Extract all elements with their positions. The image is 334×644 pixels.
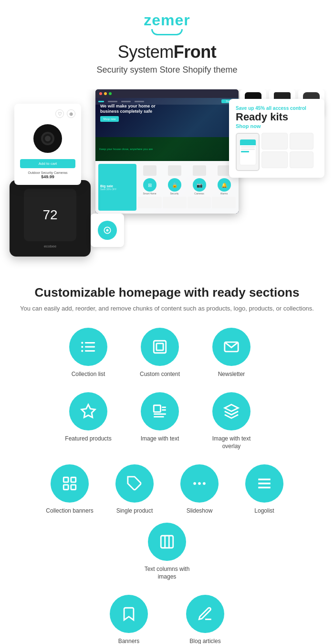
logo-text: zemer xyxy=(144,11,190,29)
shop-now-link[interactable]: Shop now xyxy=(236,123,318,129)
slideshow-icon xyxy=(180,464,219,503)
svg-point-1 xyxy=(106,229,109,232)
logo: zemer xyxy=(144,11,190,35)
star-icon xyxy=(69,392,107,430)
svg-rect-19 xyxy=(71,478,76,483)
overlay-icon xyxy=(212,392,250,430)
screenshot-composite: We will make your home or business compl… xyxy=(0,89,334,271)
icon-item-newsletter: Newsletter xyxy=(203,328,260,378)
icon-label-featured-products: Featured products xyxy=(65,435,111,443)
icon-item-collection-list: Collection list xyxy=(60,328,117,378)
logolist-icon xyxy=(245,464,283,503)
icon-label-image-with-text: Image with text xyxy=(141,435,179,443)
kit-products xyxy=(236,133,318,171)
custom-icon xyxy=(141,328,179,366)
svg-point-24 xyxy=(198,483,201,485)
icon-label-collection-banners: Collection banners xyxy=(46,507,93,515)
svg-marker-17 xyxy=(225,405,238,411)
icon-item-image-overlay: Image with text overlay xyxy=(203,392,260,450)
tag-icon xyxy=(115,464,154,503)
product-name-light: System xyxy=(118,42,174,62)
add-to-cart-button[interactable]: Add to cart xyxy=(20,159,75,168)
section1-title: Customizable homepage with ready section… xyxy=(10,285,324,300)
icons-row-2: Featured products Image with text xyxy=(60,392,274,450)
blog-icon xyxy=(186,595,224,633)
compare-icon[interactable]: ⊕ xyxy=(67,109,75,118)
product-name: Outdoor Security Cameras xyxy=(20,171,75,174)
icon-item-image-with-text: Image with text xyxy=(131,392,188,450)
icon-label-single-product: Single product xyxy=(116,507,153,515)
thermostat-display: 72 xyxy=(24,189,76,241)
browser-mockup: We will make your home or business compl… xyxy=(95,89,239,214)
icon-label-slideshow: Slideshow xyxy=(187,507,213,515)
icon-item-logolist: Logolist xyxy=(236,464,293,515)
section1-subtitle: You can easily add, reorder, and remove … xyxy=(19,304,315,313)
temperature-value: 72 xyxy=(42,207,57,223)
icon-item-banners: Banners xyxy=(100,595,157,644)
icon-item-single-product: Single product xyxy=(106,464,163,515)
svg-rect-29 xyxy=(161,536,173,548)
svg-rect-21 xyxy=(71,485,76,490)
icon-item-text-columns: Text columns with images xyxy=(138,523,196,580)
header: zemer SystemFront Security system Store … xyxy=(0,0,334,80)
ready-kits-title: Ready kits xyxy=(236,112,318,122)
wishlist-icon[interactable]: ♡ xyxy=(55,109,64,118)
icon-item-slideshow: Slideshow xyxy=(171,464,228,515)
icon-label-text-columns: Text columns with images xyxy=(138,566,196,580)
icon-label-collection-list: Collection list xyxy=(72,371,105,378)
newsletter-icon xyxy=(212,328,250,366)
svg-rect-12 xyxy=(154,406,160,412)
icon-item-custom-content: Custom content xyxy=(131,328,188,378)
grid-icon xyxy=(51,464,89,503)
product-title: SystemFront xyxy=(10,42,324,62)
icons-row-1: Collection list Custom content Newslette… xyxy=(60,328,274,378)
svg-rect-20 xyxy=(63,485,68,490)
ready-kits-panel: Save up 45% all access control Ready kit… xyxy=(229,99,324,178)
icon-label-custom-content: Custom content xyxy=(140,371,180,378)
icon-label-banners: Banners xyxy=(118,638,140,644)
icon-label-newsletter: Newsletter xyxy=(218,371,245,378)
small-speaker xyxy=(91,214,124,247)
banners-icon xyxy=(110,595,148,633)
icon-item-blog-articles: Blog articles xyxy=(177,595,234,644)
icons-row-3: Collection banners Single product Slides… xyxy=(10,464,324,580)
list-icon xyxy=(69,328,107,366)
svg-point-25 xyxy=(203,483,206,485)
product-price: $49.99 xyxy=(20,174,75,179)
image-text-icon xyxy=(141,392,179,430)
brand-label: ecobee xyxy=(44,244,56,248)
textcols-icon xyxy=(148,523,186,561)
hero-headline: We will make your home or business compl… xyxy=(100,104,157,114)
product-subtitle: Security system Store Shopify theme xyxy=(10,65,324,75)
icon-label-blog-articles: Blog articles xyxy=(189,638,220,644)
product-card: ♡ ⊕ Add to cart Outdoor Security Cameras… xyxy=(14,104,81,185)
save-badge: Save up 45% all access control xyxy=(236,106,318,111)
icon-label-image-overlay: Image with text overlay xyxy=(203,435,260,450)
icon-item-featured-products: Featured products xyxy=(60,392,117,450)
product-name-bold: Front xyxy=(174,42,216,62)
svg-point-23 xyxy=(193,483,196,485)
svg-marker-11 xyxy=(82,405,95,418)
smart-speaker: 72 ecobee xyxy=(10,180,91,257)
icons-row-4: Banners Blog articles xyxy=(100,595,234,644)
svg-rect-18 xyxy=(63,478,68,483)
icons-grid: Collection list Custom content Newslette… xyxy=(0,328,334,644)
icon-label-logolist: Logolist xyxy=(254,507,274,515)
icon-item-collection-banners: Collection banners xyxy=(41,464,98,515)
svg-rect-8 xyxy=(154,341,166,353)
hero-cta: Shop now xyxy=(100,116,119,122)
svg-rect-9 xyxy=(157,343,163,350)
